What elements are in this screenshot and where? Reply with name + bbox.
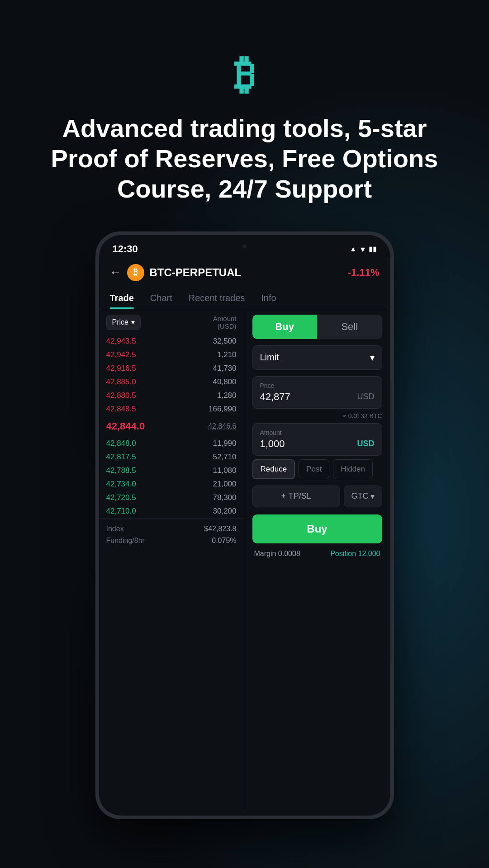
- order-type-label: Limit: [260, 352, 279, 363]
- price-currency: USD: [357, 392, 374, 401]
- price-input-row: 42,877 USD: [260, 391, 375, 403]
- price-change-badge: -1.11%: [348, 267, 380, 278]
- gtc-button[interactable]: GTC ▾: [344, 486, 382, 507]
- margin-text: Margin 0.0008: [254, 550, 300, 558]
- hero-headline: Advanced trading tools, 5-star Proof of …: [0, 113, 489, 204]
- btc-approx: ≈ 0.0132 BTC: [252, 412, 382, 420]
- price-input-field[interactable]: Price 42,877 USD: [252, 376, 382, 409]
- order-row: 42,848.0 11,990: [99, 437, 244, 450]
- order-book: Price ▾ Amount(USD) 42,943.5 32,500 42,9…: [99, 309, 244, 811]
- sell-button[interactable]: Sell: [317, 315, 382, 339]
- chevron-down-icon: ▾: [370, 352, 375, 363]
- bottom-info: Index $42,823.8 Funding/8hr 0.075%: [99, 519, 244, 551]
- status-bar: 12:30 ▲ ▾ ▮▮: [99, 235, 390, 259]
- order-row: 42,817.5 52,710: [99, 450, 244, 464]
- order-row: 42,720.5 78,300: [99, 491, 244, 505]
- btc-coin-icon: ₿: [127, 264, 144, 281]
- main-content: Price ▾ Amount(USD) 42,943.5 32,500 42,9…: [99, 309, 390, 811]
- tab-bar: Trade Chart Recent trades Info: [99, 287, 390, 309]
- index-value: $42,823.8: [204, 525, 236, 533]
- order-row: 42,788.5 11,080: [99, 464, 244, 477]
- index-price: 42,846.6: [208, 422, 236, 430]
- signal-icon: ▲: [350, 245, 357, 253]
- amount-currency: USD: [357, 439, 374, 448]
- camera-notch: [227, 241, 263, 251]
- order-book-header: Price ▾ Amount(USD): [99, 315, 244, 335]
- app-header: ← ₿ BTC-PERPETUAL -1.11%: [99, 259, 390, 287]
- camera-dot: [242, 244, 247, 249]
- order-row: 42,943.5 32,500: [99, 335, 244, 348]
- gtc-label: GTC: [351, 491, 369, 501]
- tab-info[interactable]: Info: [261, 287, 276, 309]
- big-buy-button[interactable]: Buy: [252, 514, 382, 543]
- index-label: Index: [106, 525, 124, 533]
- back-button[interactable]: ←: [110, 265, 122, 279]
- phone-wrapper: 12:30 ▲ ▾ ▮▮ ← ₿ BTC-PERPETUAL -1.11% T: [0, 231, 489, 819]
- buy-orders: 42,848.0 11,990 42,817.5 52,710 42,788.5…: [99, 437, 244, 518]
- battery-icon: ▮▮: [369, 245, 377, 253]
- funding-value: 0.075%: [212, 537, 236, 545]
- trade-panel: Buy Sell Limit ▾ Price 42,877 USD: [244, 309, 390, 811]
- order-type-select[interactable]: Limit ▾: [252, 345, 382, 370]
- sell-orders: 42,943.5 32,500 42,942.5 1,210 42,916.5 …: [99, 335, 244, 416]
- order-row: 42,885.0 40,800: [99, 375, 244, 389]
- wifi-icon: ▾: [361, 244, 365, 255]
- order-row: 42,848.5 166,990: [99, 402, 244, 416]
- hero-section: ₿ Advanced trading tools, 5-star Proof o…: [0, 0, 489, 204]
- hidden-button[interactable]: Hidden: [333, 459, 373, 479]
- amount-input-value: 1,000: [260, 438, 285, 450]
- index-row: Index $42,823.8: [106, 523, 237, 535]
- chevron-down-icon: ▾: [131, 318, 135, 326]
- order-row: 42,710.0 30,200: [99, 505, 244, 518]
- post-button[interactable]: Post: [299, 459, 329, 479]
- buy-sell-toggle: Buy Sell: [252, 315, 382, 339]
- tpsl-label: TP/SL: [289, 491, 311, 501]
- amount-header: Amount(USD): [213, 315, 237, 330]
- phone-inner: 12:30 ▲ ▾ ▮▮ ← ₿ BTC-PERPETUAL -1.11% T: [99, 235, 390, 816]
- amount-input-label: Amount: [260, 429, 375, 436]
- amount-input-field[interactable]: Amount 1,000 USD: [252, 423, 382, 456]
- tab-trade[interactable]: Trade: [110, 287, 134, 309]
- order-row: 42,916.5 41,730: [99, 362, 244, 375]
- price-input-label: Price: [260, 382, 375, 389]
- tpsl-row: + TP/SL GTC ▾: [252, 486, 382, 507]
- tab-chart[interactable]: Chart: [150, 287, 172, 309]
- funding-row: Funding/8hr 0.075%: [106, 535, 237, 547]
- price-filter-dropdown[interactable]: Price ▾: [106, 315, 141, 330]
- pair-name: BTC-PERPETUAL: [150, 266, 342, 279]
- tpsl-button[interactable]: + TP/SL: [252, 486, 340, 507]
- current-price-row: 42,844.0 42,846.6: [99, 416, 244, 437]
- reduce-button[interactable]: Reduce: [252, 459, 295, 479]
- buy-button[interactable]: Buy: [252, 315, 318, 339]
- phone-frame: 12:30 ▲ ▾ ▮▮ ← ₿ BTC-PERPETUAL -1.11% T: [95, 231, 394, 819]
- funding-label: Funding/8hr: [106, 537, 145, 545]
- price-input-value: 42,877: [260, 391, 290, 403]
- amount-input-row: 1,000 USD: [260, 438, 375, 450]
- bitcoin-logo-icon: ₿: [234, 54, 255, 95]
- options-row: Reduce Post Hidden: [252, 459, 382, 479]
- order-row: 42,734.0 21,000: [99, 477, 244, 491]
- current-price: 42,844.0: [106, 420, 145, 432]
- footer-info: Margin 0.0008 Position 12,000: [252, 550, 382, 558]
- order-row: 42,880.5 1,280: [99, 389, 244, 402]
- status-time: 12:30: [113, 243, 138, 255]
- position-text: Position 12,000: [330, 550, 380, 558]
- tab-recent-trades[interactable]: Recent trades: [189, 287, 245, 309]
- order-row: 42,942.5 1,210: [99, 348, 244, 362]
- chevron-down-icon: ▾: [370, 491, 375, 501]
- plus-icon: +: [281, 491, 286, 501]
- status-icons: ▲ ▾ ▮▮: [350, 244, 377, 255]
